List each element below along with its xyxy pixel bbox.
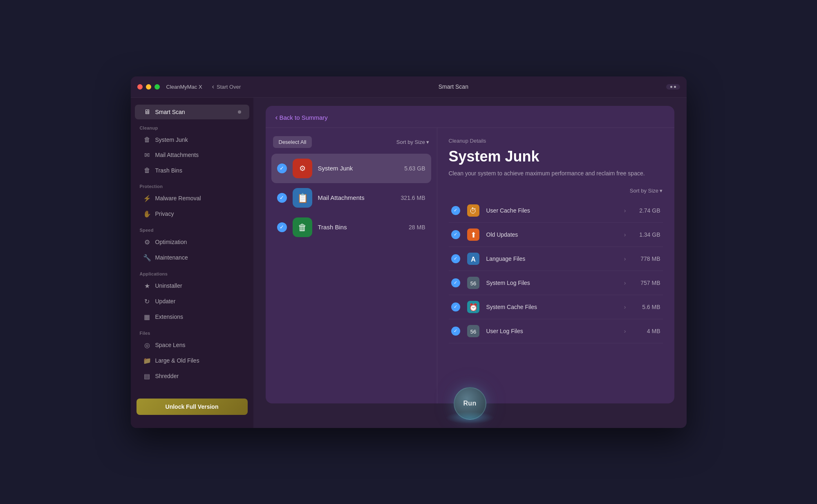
item-name-system-junk: System Junk: [318, 165, 399, 172]
sidebar-item-privacy[interactable]: ✋Privacy: [135, 206, 249, 222]
detail-item-size-user-cache: 2.74 GB: [632, 207, 660, 214]
detail-item-name-user-cache: User Cache Files: [486, 207, 618, 214]
item-size-mail-attachments: 321.6 MB: [401, 195, 425, 201]
detail-icon-language-files: A: [466, 251, 481, 266]
svg-text:56: 56: [470, 329, 476, 335]
detail-row-chevron-language-files: ›: [624, 255, 626, 262]
minimize-button[interactable]: [146, 84, 151, 90]
back-btn-label: Back to Summary: [280, 114, 328, 121]
sidebar-icon-uninstaller: ★: [143, 282, 151, 290]
sidebar-label-updater: Updater: [155, 298, 176, 305]
sidebar-item-space-lens[interactable]: ◎Space Lens: [135, 338, 249, 353]
detail-check-old-updates: ✓: [451, 230, 460, 239]
sidebar-icon-privacy: ✋: [143, 210, 151, 218]
deselect-all-button[interactable]: Deselect All: [273, 136, 312, 148]
detail-row-chevron-old-updates: ›: [624, 231, 626, 238]
detail-row-old-updates[interactable]: ✓⬆Old Updates›1.34 GB: [449, 223, 663, 247]
sidebar-bottom: Unlock Full Version: [131, 392, 253, 421]
detail-check-system-cache: ✓: [451, 302, 460, 311]
detail-item-name-system-cache: System Cache Files: [486, 304, 618, 310]
item-icon-system-junk: ⚙: [293, 159, 312, 178]
sidebar-section-files: Files: [131, 325, 253, 337]
sidebar-item-updater[interactable]: ↻Updater: [135, 294, 249, 309]
sidebar-icon-optimization: ⚙: [143, 238, 151, 246]
sidebar-badge-smart-scan: [238, 110, 241, 114]
sidebar-icon-maintenance: 🔧: [143, 254, 151, 262]
detail-title: System Junk: [449, 148, 663, 165]
detail-row-chevron-user-cache: ›: [624, 207, 626, 214]
sidebar-icon-smart-scan: 🖥: [143, 108, 151, 116]
back-to-summary-button[interactable]: ‹ Back to Summary: [275, 113, 328, 122]
sidebar-label-privacy: Privacy: [155, 211, 174, 217]
sidebar-icon-large-old-files: 📁: [143, 357, 151, 365]
detail-row-system-log[interactable]: ✓56System Log Files›757 MB: [449, 271, 663, 295]
detail-panel: Cleanup Details System Junk Clean your s…: [437, 128, 674, 403]
sidebar-item-extensions[interactable]: ▦Extensions: [135, 309, 249, 325]
app-window: CleanMyMac X ‹ Start Over Smart Scan 🖥Sm…: [131, 76, 687, 428]
main-content: 🖥Smart ScanCleanup🗑System Junk✉Mail Atta…: [131, 98, 687, 428]
sidebar-label-large-old-files: Large & Old Files: [155, 357, 199, 364]
sidebar-item-malware-removal[interactable]: ⚡Malware Removal: [135, 191, 249, 206]
detail-check-user-log: ✓: [451, 327, 460, 336]
svg-text:56: 56: [470, 280, 476, 287]
sidebar-icon-space-lens: ◎: [143, 341, 151, 349]
sidebar-section-applications: Applications: [131, 266, 253, 278]
maximize-button[interactable]: [154, 84, 160, 90]
detail-row-user-cache[interactable]: ✓⏱User Cache Files›2.74 GB: [449, 199, 663, 223]
detail-row-language-files[interactable]: ✓ALanguage Files›778 MB: [449, 247, 663, 271]
app-title: CleanMyMac X: [166, 84, 202, 90]
sidebar-icon-updater: ↻: [143, 298, 151, 305]
detail-row-chevron-system-cache: ›: [624, 304, 626, 310]
sidebar-icon-malware-removal: ⚡: [143, 195, 151, 202]
svg-text:A: A: [471, 256, 476, 263]
sidebar-item-smart-scan[interactable]: 🖥Smart Scan: [135, 105, 249, 119]
sort-by-size-label[interactable]: Sort by Size ▾: [396, 139, 430, 145]
list-item-system-junk[interactable]: ✓⚙System Junk5.63 GB: [271, 154, 431, 183]
titlebar-dots[interactable]: [666, 84, 680, 90]
sidebar-label-mail-attachments: Mail Attachments: [155, 152, 199, 158]
detail-row-system-cache[interactable]: ✓⏰System Cache Files›5.6 MB: [449, 295, 663, 319]
back-chevron-icon: ‹: [275, 113, 278, 122]
traffic-lights: [137, 84, 160, 90]
run-button-container: Run: [454, 387, 486, 420]
svg-text:⏱: ⏱: [470, 207, 477, 215]
right-panel: ‹ Back to Summary Deselect All Sort by S…: [253, 98, 687, 428]
detail-icon-user-cache: ⏱: [466, 203, 481, 218]
detail-item-name-language-files: Language Files: [486, 255, 618, 262]
run-button[interactable]: Run: [454, 387, 486, 420]
sidebar-item-uninstaller[interactable]: ★Uninstaller: [135, 278, 249, 293]
dot-1: [670, 86, 672, 88]
detail-item-name-user-log: User Log Files: [486, 328, 618, 334]
detail-row-user-log[interactable]: ✓56User Log Files›4 MB: [449, 319, 663, 343]
sidebar-item-trash-bins[interactable]: 🗑Trash Bins: [135, 163, 249, 178]
unlock-full-version-button[interactable]: Unlock Full Version: [137, 399, 248, 415]
detail-sort-label[interactable]: Sort by Size ▾: [449, 188, 663, 194]
sidebar-item-system-junk[interactable]: 🗑System Junk: [135, 132, 249, 147]
close-button[interactable]: [137, 84, 143, 90]
detail-item-size-user-log: 4 MB: [632, 328, 660, 334]
item-name-trash-bins: Trash Bins: [318, 224, 403, 231]
list-item-trash-bins[interactable]: ✓🗑Trash Bins28 MB: [271, 213, 431, 242]
check-icon-mail-attachments: ✓: [277, 193, 287, 203]
check-icon-system-junk: ✓: [277, 164, 287, 173]
card-body: Deselect All Sort by Size ▾ ✓⚙System Jun…: [266, 128, 674, 403]
check-icon-trash-bins: ✓: [277, 222, 287, 232]
sidebar-label-system-junk: System Junk: [155, 137, 188, 143]
list-item-mail-attachments[interactable]: ✓📋Mail Attachments321.6 MB: [271, 183, 431, 213]
sidebar-item-optimization[interactable]: ⚙Optimization: [135, 235, 249, 250]
sidebar-label-uninstaller: Uninstaller: [155, 282, 182, 289]
sidebar-icon-system-junk: 🗑: [143, 136, 151, 143]
sidebar-item-maintenance[interactable]: 🔧Maintenance: [135, 250, 249, 265]
detail-item-name-old-updates: Old Updates: [486, 231, 618, 238]
sidebar-item-large-old-files[interactable]: 📁Large & Old Files: [135, 353, 249, 368]
titlebar-center-title: Smart Scan: [241, 83, 666, 90]
sidebar-icon-shredder: ▤: [143, 372, 151, 380]
sidebar-item-shredder[interactable]: ▤Shredder: [135, 369, 249, 384]
detail-item-name-system-log: System Log Files: [486, 280, 618, 286]
sidebar-label-space-lens: Space Lens: [155, 342, 186, 348]
back-chevron-icon: ‹: [212, 83, 214, 90]
sidebar-label-maintenance: Maintenance: [155, 254, 188, 261]
sidebar-item-mail-attachments[interactable]: ✉Mail Attachments: [135, 148, 249, 163]
sidebar-label-optimization: Optimization: [155, 239, 187, 245]
start-over-nav[interactable]: ‹ Start Over: [212, 83, 241, 90]
